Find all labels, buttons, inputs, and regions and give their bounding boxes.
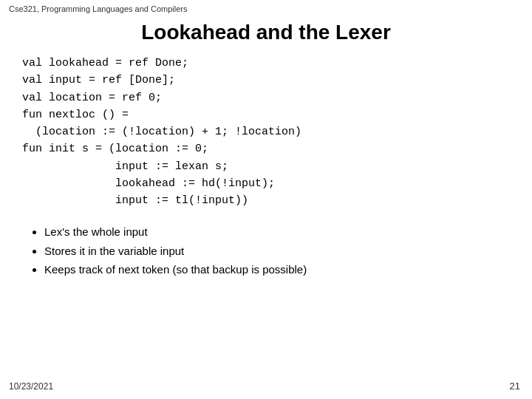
code-line-3: val location = ref 0; [22, 89, 510, 106]
bullet-list: Lex's the whole input Stores it in the v… [22, 222, 510, 279]
code-line-4: fun nextloc () = [22, 106, 510, 123]
bullet-item-1: Lex's the whole input [44, 222, 510, 242]
code-line-1: val lookahead = ref Done; [22, 55, 510, 72]
code-block: val lookahead = ref Done; val input = re… [22, 55, 510, 209]
course-label: Cse321, Programming Languages and Compil… [9, 4, 188, 13]
code-line-2: val input = ref [Done]; [22, 72, 510, 89]
slide-footer-date: 10/23/2021 [9, 381, 53, 392]
slide-title: Lookahead and the Lexer [0, 15, 532, 55]
code-line-8: lookahead := hd(!input); [22, 175, 510, 192]
code-line-9: input := tl(!input)) [22, 192, 510, 209]
bullet-item-3: Keeps track of next token (so that backu… [44, 260, 510, 279]
code-line-7: input := lexan s; [22, 158, 510, 175]
code-line-5: (location := (!location) + 1; !location) [22, 123, 510, 140]
code-line-6: fun init s = (location := 0; [22, 140, 510, 157]
slide-page-number: 21 [510, 381, 520, 392]
slide-content: val lookahead = ref Done; val input = re… [0, 55, 532, 279]
bullet-item-2: Stores it in the variable input [44, 242, 510, 261]
slide-header: Cse321, Programming Languages and Compil… [0, 0, 532, 15]
